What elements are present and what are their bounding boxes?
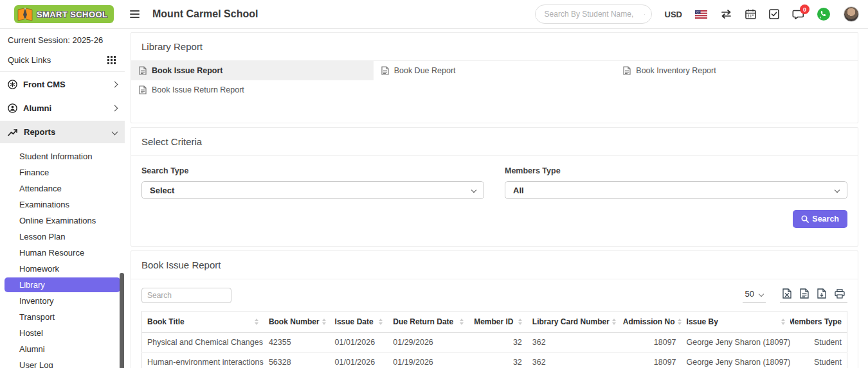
tab-label: Book Due Report [394,66,456,75]
sort-icon[interactable] [518,319,522,325]
tab-book-issue-return-report[interactable]: Book Issue Return Report [131,80,374,100]
sort-icon[interactable] [781,319,785,325]
quick-links-label: Quick Links [8,55,51,65]
sidebar-item-library[interactable]: Library [5,277,120,292]
tab-book-issue-report[interactable]: Book Issue Report [131,61,374,80]
whatsapp-icon[interactable] [817,7,831,21]
page-size-value: 50 [745,289,754,299]
export-csv-icon[interactable] [800,288,809,299]
sidebar-item-homework[interactable]: Homework [0,261,125,277]
sidebar-item-user-log[interactable]: User Log [0,357,125,368]
column-header-members-type[interactable]: Members Type [790,311,847,333]
sidebar-item-online-examinations[interactable]: Online Examinations [0,213,125,229]
report-tabs: Book Issue ReportBook Due ReportBook Inv… [131,61,858,100]
document-icon [139,85,147,94]
column-label: Library Card Number [532,317,610,326]
sidebar-item-finance[interactable]: Finance [0,164,125,180]
column-header-admission-no[interactable]: Admission No [618,311,682,333]
column-header-library-card-number[interactable]: Library Card Number [527,311,618,333]
sidebar-group-reports[interactable]: Reports [0,121,125,143]
sidebar-group-front-cms[interactable]: Front CMS [0,73,125,96]
tasks-icon[interactable] [769,9,779,19]
calendar-icon[interactable] [745,9,756,19]
page-size-select[interactable]: 50 [743,289,766,302]
sidebar-item-hostel[interactable]: Hostel [0,325,125,341]
brand-name: SMART SCHOOL [37,10,107,19]
table-cell: Human-environment interactions [142,353,264,368]
reports-submenu: Student InformationFinanceAttendanceExam… [0,143,125,368]
table-search-input[interactable] [141,288,231,303]
table-cell: Student [790,333,847,353]
sort-icon[interactable] [379,319,383,325]
book-issue-table: Book TitleBook NumberIssue DateDue Retur… [141,311,847,368]
sidebar-item-examinations[interactable]: Examinations [0,197,125,213]
top-header: SMART SCHOOL Mount Carmel School USD [0,0,868,29]
table-cell: 42355 [264,333,330,353]
table-header-row: Book TitleBook NumberIssue DateDue Retur… [142,311,847,333]
document-icon [139,66,147,75]
quick-links[interactable]: Quick Links [0,50,125,72]
search-icon[interactable] [644,10,645,19]
messages-badge: 0 [800,4,809,14]
sort-icon[interactable] [322,319,326,325]
sidebar-item-alumni[interactable]: Alumni [0,341,125,357]
column-header-issue-date[interactable]: Issue Date [330,311,388,333]
sort-icon[interactable] [678,319,682,325]
session-switch-icon[interactable] [720,10,732,19]
sidebar-item-transport[interactable]: Transport [0,309,125,325]
sort-icon[interactable] [255,319,258,325]
language-flag-icon[interactable] [695,10,707,19]
library-report-card: Library Report Book Issue ReportBook Due… [131,32,858,123]
search-type-select[interactable]: Select [141,181,484,199]
sort-icon[interactable] [612,319,616,325]
column-header-member-id[interactable]: Member ID [469,311,527,333]
app-logo[interactable]: SMART SCHOOL [0,5,120,23]
book-issue-report-title: Book Issue Report [131,251,858,279]
chevron-down-icon [112,129,118,136]
column-header-due-return-date[interactable]: Due Return Date [388,311,469,333]
export-toolbar [780,288,847,302]
library-report-title: Library Report [131,33,858,61]
column-label: Issue Date [335,317,374,326]
print-icon[interactable] [835,289,845,299]
column-label: Issue By [687,317,718,326]
currency-label[interactable]: USD [665,10,682,19]
search-button-label: Search [812,215,839,223]
tab-label: Book Inventory Report [636,66,716,75]
column-header-book-title[interactable]: Book Title [142,311,264,333]
search-button[interactable]: Search [793,210,847,228]
messages-icon[interactable]: 0 [792,9,804,19]
members-type-select[interactable]: All [505,181,847,199]
user-avatar[interactable] [844,6,859,22]
reports-icon [8,128,18,137]
sidebar-toggle-icon[interactable] [127,8,142,21]
sidebar-item-inventory[interactable]: Inventory [0,293,125,309]
export-pdf-icon[interactable] [817,288,826,299]
column-header-book-number[interactable]: Book Number [264,311,330,333]
table-cell: 32 [469,333,527,353]
sidebar-group-alumni[interactable]: Alumni [0,97,125,119]
sidebar-scrollbar[interactable] [120,273,124,368]
tab-book-inventory-report[interactable]: Book Inventory Report [615,61,858,80]
table-cell: George Jeny Sharon (18097) [682,333,790,353]
tab-label: Book Issue Report [152,66,222,75]
student-search-input[interactable] [545,10,644,19]
search-icon [801,215,809,223]
chevron-right-icon [112,105,118,112]
sidebar-item-student-information[interactable]: Student Information [0,148,125,164]
sidebar-item-human-resource[interactable]: Human Resource [0,245,125,261]
tab-book-due-report[interactable]: Book Due Report [374,61,616,80]
sort-icon[interactable] [460,319,464,325]
export-excel-icon[interactable] [782,288,791,299]
sidebar-item-lesson-plan[interactable]: Lesson Plan [0,229,125,245]
student-search[interactable] [535,4,652,24]
alumni-icon [8,103,17,113]
table-row[interactable]: Human-environment interactions5632801/01… [142,353,847,368]
grid-icon[interactable] [107,56,116,64]
main-content: Library Report Book Issue ReportBook Due… [131,32,858,368]
select-criteria-title: Select Criteria [131,128,858,156]
sidebar-item-attendance[interactable]: Attendance [0,180,125,197]
table-row[interactable]: Physical and Chemical Changes4235501/01/… [142,333,847,353]
column-header-issue-by[interactable]: Issue By [682,311,790,333]
sidebar-group-label: Reports [24,127,107,137]
